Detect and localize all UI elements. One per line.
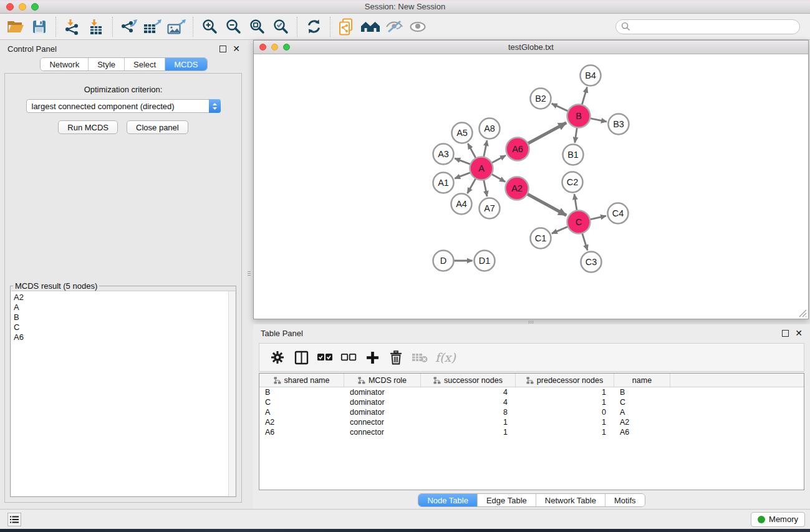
splitter-handle-horizontal[interactable] <box>526 320 536 324</box>
import-network-button[interactable] <box>60 16 84 37</box>
table-cell[interactable]: B <box>259 387 344 397</box>
node-B2[interactable]: B2 <box>531 89 551 109</box>
tab-node-table[interactable]: Node Table <box>418 494 478 506</box>
splitter-handle-vertical[interactable] <box>247 268 251 278</box>
close-panel-button[interactable]: Close panel <box>127 120 188 134</box>
table-row[interactable]: A6connector11A6 <box>259 427 804 437</box>
search-input[interactable] <box>630 22 799 31</box>
node-A4[interactable]: A4 <box>451 194 472 215</box>
open-session-button[interactable] <box>4 16 27 37</box>
column-header-name[interactable]: name <box>614 374 670 387</box>
node-C2[interactable]: C2 <box>562 172 583 193</box>
column-header-MCDS-role[interactable]: MCDS role <box>344 374 421 387</box>
delete-column-button[interactable] <box>385 347 407 368</box>
table-cell[interactable]: 1 <box>516 397 614 407</box>
result-item[interactable]: A2 <box>14 293 226 302</box>
minimize-window-icon[interactable] <box>19 3 26 11</box>
hide-eye-button[interactable] <box>382 16 406 37</box>
table-cell[interactable]: A2 <box>259 417 344 427</box>
table-cell[interactable]: 8 <box>421 407 516 417</box>
zoom-in-button[interactable] <box>198 16 221 37</box>
zoom-fit-button[interactable] <box>245 16 269 37</box>
table-cell[interactable]: A6 <box>614 427 670 437</box>
result-item[interactable]: C <box>14 322 226 332</box>
export-table-button[interactable] <box>141 16 165 37</box>
tab-network-table[interactable]: Network Table <box>536 494 605 506</box>
zoom-out-button[interactable] <box>221 16 245 37</box>
table-cell[interactable]: A <box>614 407 670 417</box>
result-list-scrollbar[interactable] <box>228 291 235 496</box>
table-cell[interactable]: 4 <box>421 397 516 407</box>
column-layout-button[interactable] <box>291 347 312 368</box>
table-cell[interactable]: 4 <box>421 387 516 397</box>
float-table-panel-icon[interactable] <box>782 330 789 337</box>
table-cell[interactable]: 0 <box>516 407 614 417</box>
node-D1[interactable]: D1 <box>475 251 495 271</box>
node-B1[interactable]: B1 <box>563 145 584 165</box>
table-row[interactable]: A2connector11A2 <box>259 417 804 427</box>
export-network-button[interactable] <box>117 16 141 37</box>
tab-style[interactable]: Style <box>89 58 125 70</box>
node-A8[interactable]: A8 <box>480 118 500 139</box>
node-A6[interactable]: A6 <box>506 138 529 161</box>
table-cell[interactable]: A6 <box>259 427 344 437</box>
table-settings-button[interactable] <box>267 347 288 368</box>
task-history-button[interactable] <box>7 513 21 526</box>
table-cell[interactable]: C <box>614 397 670 407</box>
resize-grip-icon[interactable] <box>799 309 807 317</box>
select-all-columns-button[interactable] <box>314 347 335 368</box>
node-A[interactable]: A <box>470 157 493 180</box>
node-A3[interactable]: A3 <box>433 144 454 165</box>
minimize-network-icon[interactable] <box>271 44 278 51</box>
table-cell[interactable]: 1 <box>516 427 614 437</box>
tab-mcds[interactable]: MCDS <box>165 58 206 70</box>
column-header-predecessor-nodes[interactable]: predecessor nodes <box>516 374 614 387</box>
table-row[interactable]: Adominator80A <box>259 407 804 417</box>
node-C4[interactable]: C4 <box>608 203 629 224</box>
table-cell[interactable]: C <box>259 397 344 407</box>
memory-button[interactable]: Memory <box>751 512 805 527</box>
result-item[interactable]: A <box>14 302 226 312</box>
float-panel-icon[interactable] <box>219 46 226 52</box>
tab-network[interactable]: Network <box>41 58 89 70</box>
node-B[interactable]: B <box>567 105 591 128</box>
export-image-button[interactable] <box>165 16 188 37</box>
table-cell[interactable]: 1 <box>421 417 516 427</box>
node-C[interactable]: C <box>567 211 591 234</box>
close-network-icon[interactable] <box>259 44 266 51</box>
close-table-panel-icon[interactable]: ✕ <box>795 330 803 337</box>
node-A1[interactable]: A1 <box>433 173 454 193</box>
save-session-button[interactable] <box>27 16 51 37</box>
table-cell[interactable]: A2 <box>614 417 670 427</box>
run-mcds-button[interactable]: Run MCDS <box>58 120 118 134</box>
column-header-successor-nodes[interactable]: successor nodes <box>421 374 516 387</box>
table-cell[interactable]: dominator <box>344 387 421 397</box>
zoom-window-icon[interactable] <box>31 3 39 11</box>
tab-select[interactable]: Select <box>125 58 165 70</box>
table-cell[interactable]: 1 <box>516 387 614 397</box>
table-cell[interactable]: connector <box>344 427 421 437</box>
table-cell[interactable]: B <box>614 387 670 397</box>
tab-edge-table[interactable]: Edge Table <box>478 494 536 506</box>
result-item[interactable]: A6 <box>14 332 226 342</box>
table-row[interactable]: Cdominator41C <box>259 397 804 407</box>
close-window-icon[interactable] <box>6 3 14 11</box>
table-cell[interactable]: 1 <box>516 417 614 427</box>
node-A2[interactable]: A2 <box>506 177 529 200</box>
table-cell[interactable]: dominator <box>344 397 421 407</box>
result-item[interactable]: B <box>14 312 226 322</box>
node-D[interactable]: D <box>433 251 454 271</box>
search-field[interactable] <box>615 19 800 34</box>
import-table-button[interactable] <box>84 16 108 37</box>
zoom-network-icon[interactable] <box>283 44 290 51</box>
node-A5[interactable]: A5 <box>452 123 473 143</box>
node-B3[interactable]: B3 <box>609 114 629 135</box>
node-B4[interactable]: B4 <box>581 65 601 86</box>
node-C3[interactable]: C3 <box>581 252 602 273</box>
table-row[interactable]: Bdominator41B <box>259 387 804 397</box>
network-canvas[interactable]: B4B2BB3A8A5A6B1A3AA1C2A2A4A7C4CC1C3DD1 <box>254 54 808 319</box>
network-document-button[interactable] <box>335 16 359 37</box>
table-cell[interactable]: 1 <box>421 427 516 437</box>
column-header-shared-name[interactable]: shared name <box>259 374 344 387</box>
create-column-button[interactable] <box>362 347 383 368</box>
